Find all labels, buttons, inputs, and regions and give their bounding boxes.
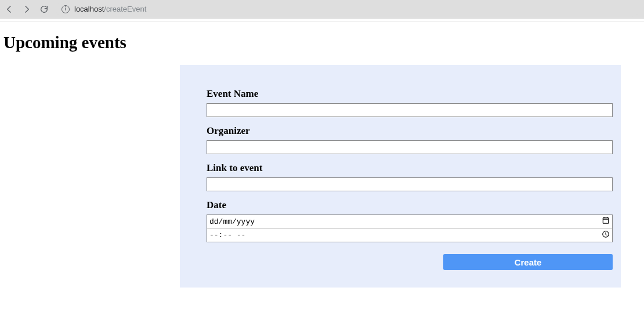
event-name-input[interactable] bbox=[207, 103, 613, 117]
link-input[interactable] bbox=[207, 177, 613, 191]
organizer-label: Organizer bbox=[207, 125, 594, 137]
time-input[interactable]: --:-- -- bbox=[207, 228, 613, 242]
link-group: Link to event bbox=[207, 162, 594, 191]
date-placeholder-text: dd/mm/yyyy bbox=[209, 217, 255, 226]
forward-button[interactable] bbox=[22, 5, 31, 14]
site-info-icon[interactable]: i bbox=[61, 5, 70, 13]
calendar-icon[interactable] bbox=[602, 216, 610, 227]
event-name-label: Event Name bbox=[207, 88, 594, 100]
arrow-right-icon bbox=[22, 5, 31, 14]
form-actions: Create bbox=[207, 254, 613, 270]
page-content: Upcoming events Event Name Organizer Lin… bbox=[0, 21, 644, 288]
create-event-form: Event Name Organizer Link to event Date … bbox=[180, 65, 621, 288]
date-group: Date dd/mm/yyyy --:-- -- bbox=[207, 199, 594, 242]
url-text: localhost/createEvent bbox=[74, 5, 146, 13]
page-title: Upcoming events bbox=[3, 33, 641, 52]
nav-controls bbox=[5, 5, 49, 14]
create-button[interactable]: Create bbox=[443, 254, 613, 270]
date-label: Date bbox=[207, 199, 594, 211]
reload-button[interactable] bbox=[39, 5, 49, 14]
time-placeholder-text: --:-- -- bbox=[209, 231, 245, 239]
organizer-input[interactable] bbox=[207, 140, 613, 154]
date-input[interactable]: dd/mm/yyyy bbox=[207, 214, 613, 228]
reload-icon bbox=[39, 5, 49, 14]
event-name-group: Event Name bbox=[207, 88, 594, 117]
arrow-left-icon bbox=[5, 5, 14, 14]
url-host: localhost bbox=[74, 5, 104, 13]
link-label: Link to event bbox=[207, 162, 594, 174]
clock-icon[interactable] bbox=[602, 230, 610, 241]
address-bar[interactable]: i localhost/createEvent bbox=[56, 2, 639, 17]
back-button[interactable] bbox=[5, 5, 14, 14]
organizer-group: Organizer bbox=[207, 125, 594, 154]
browser-toolbar: i localhost/createEvent bbox=[0, 0, 644, 19]
url-path: /createEvent bbox=[104, 5, 146, 13]
